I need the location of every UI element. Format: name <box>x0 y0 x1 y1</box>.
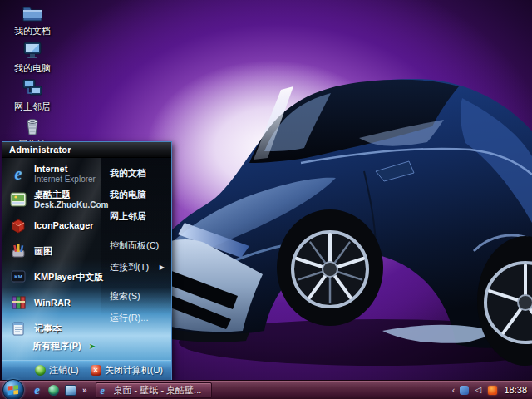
browser-globe-icon[interactable] <box>47 384 60 397</box>
winrar-icon <box>8 293 28 313</box>
startmenu-item-my-documents[interactable]: 我的文档 <box>108 164 168 183</box>
taskbar: e » e 桌面 - 壁纸 - 桌酷壁... ‹ ◁ 18:38 <box>0 380 532 399</box>
all-programs-arrow-icon: ➤ <box>89 342 96 351</box>
start-menu-body: e InternetInternet Explorer 桌酷主题Desk.Zhu… <box>2 158 171 360</box>
startmenu-item-paint[interactable]: 画图 <box>2 239 101 263</box>
start-menu: Administrator e InternetInternet Explore… <box>2 141 172 381</box>
desktop-icon-my-documents[interactable]: 我的文档 <box>5 2 60 37</box>
desktop-icon-network-places[interactable]: 网上邻居 <box>5 77 60 113</box>
startmenu-item-search[interactable]: 搜索(S) <box>108 287 168 306</box>
tray-collapse-chevron[interactable]: ‹ <box>452 386 456 395</box>
startmenu-item-network-places[interactable]: 网上邻居 <box>108 207 168 226</box>
ie-quicklaunch-icon[interactable]: e <box>31 384 43 397</box>
all-programs-button[interactable]: 所有程序(P) ➤ <box>32 340 96 352</box>
kmplayer-tray-icon[interactable] <box>487 385 497 395</box>
desktop-icon-label: 网上邻居 <box>14 101 51 113</box>
startmenu-item-control-panel[interactable]: 控制面板(C) <box>108 236 168 255</box>
startmenu-item-iconpackager[interactable]: IconPackager <box>2 214 101 237</box>
zhuoku-theme-icon <box>8 190 28 209</box>
taskbar-clock[interactable]: 18:38 <box>504 385 527 395</box>
start-menu-footer: 注销(L) 关闭计算机(U) <box>2 360 171 380</box>
startmenu-item-connect-to[interactable]: 连接到(T)▶ <box>108 258 168 277</box>
shutdown-icon <box>91 365 101 376</box>
volume-tray-icon[interactable]: ◁ <box>473 385 483 395</box>
task-button-desktop-wallpaper[interactable]: e 桌面 - 壁纸 - 桌酷壁... <box>96 382 212 398</box>
network-places-icon <box>22 77 43 99</box>
startmenu-item-notepad[interactable]: 记事本 <box>2 317 101 340</box>
logged-in-username: Administrator <box>9 145 71 155</box>
paint-icon <box>8 241 28 261</box>
start-button[interactable] <box>2 379 24 399</box>
startmenu-item-kmplayer[interactable]: KM KMPlayer中文版 <box>2 265 101 288</box>
start-menu-places-column: 我的文档 我的电脑 网上邻居 控制面板(C) 连接到(T)▶ 搜索(S) 运行(… <box>101 158 171 360</box>
desktop-icon-label: 我的文档 <box>14 25 51 37</box>
start-menu-header: Administrator <box>2 142 171 158</box>
iconpackager-icon <box>8 215 28 235</box>
desktop: 我的文档 我的电脑 网上邻居 回收站 Administrator e Inter… <box>0 0 532 399</box>
logoff-icon <box>35 365 46 376</box>
my-computer-icon <box>22 39 43 61</box>
kmplayer-icon: KM <box>8 267 28 287</box>
startmenu-item-internet[interactable]: e InternetInternet Explorer <box>2 162 101 185</box>
my-documents-icon <box>22 2 43 23</box>
startmenu-item-winrar[interactable]: WinRAR <box>2 291 101 314</box>
svg-text:KM: KM <box>14 274 22 279</box>
show-desktop-icon[interactable] <box>64 384 76 397</box>
messenger-tray-icon[interactable] <box>459 385 469 395</box>
desktop-icon-my-computer[interactable]: 我的电脑 <box>5 39 60 75</box>
startmenu-item-zhuoku-theme[interactable]: 桌酷主题Desk.ZhuoKu.Com <box>2 188 101 211</box>
recycle-bin-icon <box>22 116 43 137</box>
startmenu-item-my-computer[interactable]: 我的电脑 <box>108 185 168 204</box>
front-wheel <box>277 209 383 326</box>
logoff-button[interactable]: 注销(L) <box>35 364 78 377</box>
startmenu-item-run[interactable]: 运行(R)... <box>108 308 168 328</box>
windows-flag-icon <box>7 384 19 396</box>
desktop-icon-label: 我的电脑 <box>14 62 51 75</box>
notepad-icon <box>8 318 28 338</box>
internet-explorer-icon: e <box>8 164 28 184</box>
system-tray: ‹ ◁ 18:38 <box>452 385 532 395</box>
quick-launch-overflow-chevron[interactable]: » <box>82 386 87 395</box>
shutdown-button[interactable]: 关闭计算机(U) <box>91 364 163 377</box>
quick-launch-bar: e » <box>31 384 89 397</box>
ie-icon: e <box>101 382 111 397</box>
start-menu-pinned-column: e InternetInternet Explorer 桌酷主题Desk.Zhu… <box>2 158 101 360</box>
submenu-arrow-icon: ▶ <box>160 264 166 271</box>
